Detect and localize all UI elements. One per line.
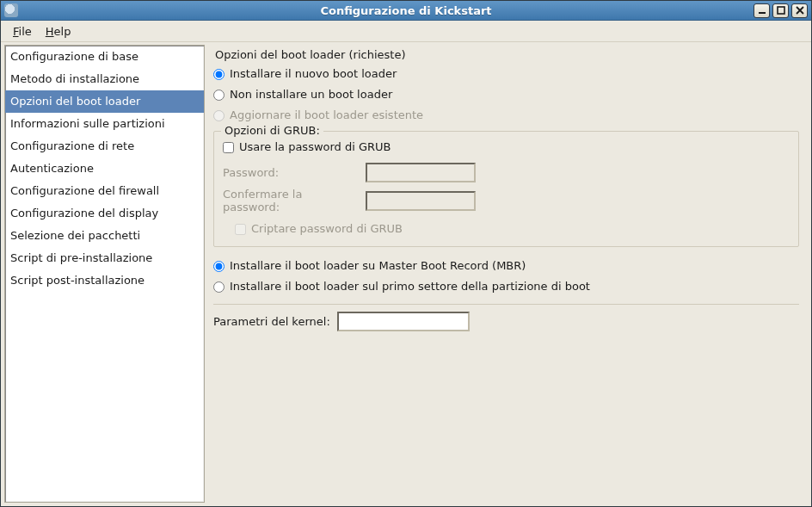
window-title: Configurazione di Kickstart: [1, 4, 811, 17]
menu-help[interactable]: Help: [39, 22, 78, 40]
sidebar-item-display[interactable]: Configurazione del display: [5, 202, 204, 225]
radio-no-install-input[interactable]: [213, 90, 225, 101]
app-icon: [4, 3, 18, 17]
radio-install-new-input[interactable]: [213, 69, 225, 80]
radio-install-new[interactable]: Installare il nuovo boot loader: [213, 64, 799, 84]
menu-file[interactable]: File: [6, 22, 39, 40]
radio-install-mbr[interactable]: Installare il boot loader su Master Boot…: [213, 256, 799, 276]
svg-rect-0: [759, 12, 766, 14]
grub-password-label: Password:: [223, 166, 360, 179]
section-title: Opzioni del boot loader (richieste): [213, 48, 799, 61]
kernel-params-input[interactable]: [337, 312, 470, 331]
sidebar-item-basic[interactable]: Configurazione di base: [5, 46, 204, 68]
grub-password-row: Password:: [223, 163, 790, 182]
kernel-params-label: Parametri del kernel:: [213, 315, 330, 328]
menubar: File Help: [1, 21, 811, 42]
grub-options-group: Opzioni di GRUB: Usare la password di GR…: [213, 131, 799, 247]
check-use-grub-pw-input[interactable]: [223, 142, 234, 153]
titlebar: Configurazione di Kickstart: [1, 1, 811, 21]
radio-install-part-label: Installare il boot loader sul primo sett…: [230, 278, 590, 295]
sidebar-item-install-method[interactable]: Metodo di installazione: [5, 68, 204, 90]
grub-confirm-input: [366, 191, 476, 211]
check-encrypt-grub-pw-input: [235, 224, 246, 235]
radio-upgrade-label: Aggiornare il boot loader esistente: [230, 107, 423, 124]
check-use-grub-pw[interactable]: Usare la password di GRUB: [223, 137, 790, 158]
minimize-button[interactable]: [754, 3, 770, 18]
window: Configurazione di Kickstart File Help Co…: [0, 0, 812, 507]
svg-rect-1: [778, 7, 784, 14]
grub-confirm-label: Confermare la password:: [223, 188, 360, 213]
radio-upgrade-input: [213, 110, 225, 121]
grub-confirm-row: Confermare la password:: [223, 188, 790, 213]
radio-install-mbr-input[interactable]: [213, 261, 225, 272]
maximize-button[interactable]: [772, 3, 789, 18]
workarea: Configurazione di base Metodo di install…: [1, 42, 811, 506]
check-encrypt-grub-pw-label: Criptare password di GRUB: [251, 220, 403, 238]
check-use-grub-pw-label: Usare la password di GRUB: [239, 139, 391, 156]
content-pane: Opzioni del boot loader (richieste) Inst…: [208, 45, 808, 503]
radio-install-part-input[interactable]: [213, 281, 225, 293]
install-location-group: Installare il boot loader su Master Boot…: [213, 256, 799, 297]
grub-legend: Opzioni di GRUB:: [221, 124, 323, 137]
sidebar-item-network[interactable]: Configurazione di rete: [5, 135, 204, 158]
sidebar-item-firewall[interactable]: Configurazione del firewall: [5, 180, 204, 202]
radio-install-new-label: Installare il nuovo boot loader: [230, 65, 397, 83]
sidebar-item-auth[interactable]: Autenticazione: [5, 158, 204, 180]
sidebar: Configurazione di base Metodo di install…: [4, 45, 205, 503]
sidebar-item-packages[interactable]: Selezione dei pacchetti: [5, 225, 204, 247]
radio-no-install[interactable]: Non installare un boot loader: [213, 84, 799, 105]
radio-no-install-label: Non installare un boot loader: [230, 86, 392, 103]
sidebar-item-partitions[interactable]: Informazioni sulle partizioni: [5, 113, 204, 135]
kernel-params-row: Parametri del kernel:: [213, 312, 799, 331]
close-button[interactable]: [791, 3, 808, 18]
radio-install-part[interactable]: Installare il boot loader sul primo sett…: [213, 276, 799, 297]
menu-help-rest: elp: [54, 25, 71, 38]
sidebar-item-post-script[interactable]: Script post-installazione: [5, 269, 204, 292]
radio-upgrade: Aggiornare il boot loader esistente: [213, 105, 799, 126]
sidebar-item-boot-loader[interactable]: Opzioni del boot loader: [5, 90, 204, 113]
grub-password-input: [366, 163, 476, 182]
menu-file-rest: ile: [19, 25, 32, 38]
sidebar-item-pre-script[interactable]: Script di pre-installazione: [5, 247, 204, 269]
check-encrypt-grub-pw: Criptare password di GRUB: [235, 219, 790, 239]
radio-install-mbr-label: Installare il boot loader su Master Boot…: [230, 257, 526, 275]
bootloader-options-group: Opzioni del boot loader (richieste) Inst…: [213, 48, 799, 305]
